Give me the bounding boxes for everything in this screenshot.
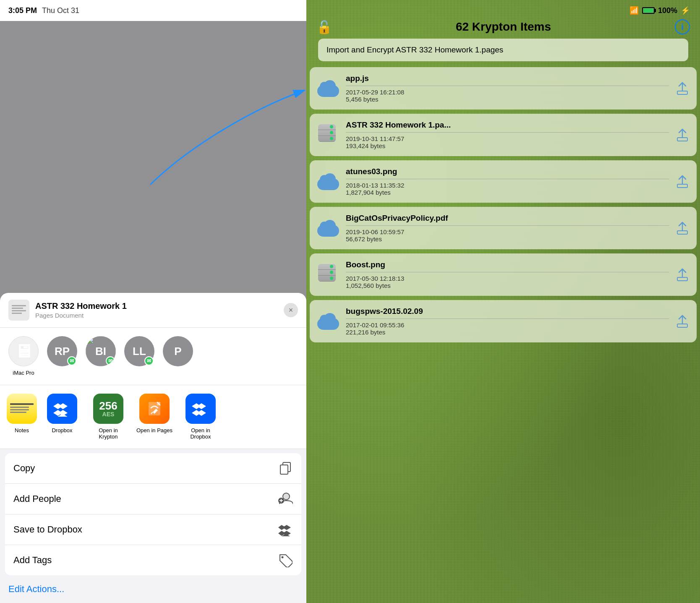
save-dropbox-label: Save to Dropbox bbox=[13, 524, 278, 535]
server-body-2 bbox=[318, 264, 336, 282]
add-tags-action[interactable]: Add Tags bbox=[5, 545, 301, 575]
dropbox-svg bbox=[53, 399, 71, 418]
file-info-atunes: atunes03.png 2018-01-13 11:35:32 1,827,9… bbox=[346, 167, 669, 196]
file-meta-bigcat: 2019-10-06 10:59:57 56,672 bytes bbox=[346, 228, 669, 243]
rp-initials: RP bbox=[55, 345, 70, 358]
doc-title: ASTR 332 Homework 1 bbox=[35, 301, 284, 311]
file-date-bugspws: 2017-02-01 09:55:36 bbox=[346, 321, 404, 329]
server-led-b3 bbox=[330, 277, 333, 280]
doc-subtitle: Pages Document bbox=[35, 312, 284, 319]
app-dropbox[interactable]: Dropbox bbox=[41, 394, 83, 440]
status-time: 3:05 PM bbox=[8, 6, 37, 15]
file-size-atunes: 1,827,904 bytes bbox=[346, 189, 391, 196]
battery-icon bbox=[642, 7, 655, 14]
left-panel: 3:05 PM Thu Oct 31 ASTR 332 Homework 1 bbox=[0, 0, 306, 603]
add-people-action[interactable]: Add People bbox=[5, 484, 301, 514]
cloud-icon-4 bbox=[317, 313, 339, 330]
status-bar: 3:05 PM Thu Oct 31 bbox=[0, 0, 306, 21]
server-led-1 bbox=[330, 125, 333, 128]
person-rp[interactable]: RP ✉ bbox=[45, 336, 79, 376]
person-pr[interactable]: P bbox=[161, 336, 195, 376]
add-people-label: Add People bbox=[13, 493, 278, 504]
tag-svg bbox=[278, 553, 293, 567]
notes-lines bbox=[10, 403, 34, 414]
close-button[interactable]: × bbox=[284, 303, 298, 317]
svg-rect-4 bbox=[280, 465, 288, 474]
pr-avatar: P bbox=[163, 336, 193, 366]
cloud-body-2 bbox=[317, 178, 339, 190]
share-svg-4 bbox=[676, 222, 688, 235]
imac-icon: 🖥 bbox=[14, 341, 33, 362]
server-layer-b2 bbox=[318, 270, 336, 276]
server-led-b2 bbox=[330, 271, 333, 274]
battery-fill bbox=[643, 8, 653, 13]
filename-bigcat: BigCatOsPrivacyPolicy.pdf bbox=[346, 214, 669, 223]
app-dropbox2[interactable]: Open inDropbox bbox=[180, 394, 222, 440]
file-info-astr332: ASTR 332 Homework 1.pa... 2019-10-31 11:… bbox=[346, 120, 669, 149]
file-item-appjs: app.js 2017-05-29 16:21:08 5,456 bytes bbox=[310, 67, 697, 110]
share-header: ASTR 332 Homework 1 Pages Document × bbox=[0, 293, 306, 328]
cloud-icon-3 bbox=[317, 220, 339, 237]
app-pages[interactable]: Open in Pages bbox=[133, 394, 175, 440]
note-line-3 bbox=[10, 409, 29, 410]
share-btn-appjs[interactable] bbox=[675, 80, 690, 97]
file-size-astr332: 193,424 bytes bbox=[346, 142, 385, 149]
person-imac[interactable]: 🖥 iMac Pro bbox=[7, 336, 40, 376]
file-icon-astr332 bbox=[316, 123, 340, 147]
file-meta-bugspws: 2017-02-01 09:55:36 221,216 bytes bbox=[346, 321, 669, 336]
person-bi[interactable]: BI ✉ bbox=[84, 336, 118, 376]
cloud-body-4 bbox=[317, 318, 339, 330]
lock-icon[interactable]: 🔓 bbox=[316, 20, 332, 34]
app-krypton[interactable]: 256 AES Open inKrypton bbox=[87, 394, 129, 440]
server-layer-b1 bbox=[318, 264, 336, 270]
file-date-appjs: 2017-05-29 16:21:08 bbox=[346, 89, 404, 96]
filename-astr332: ASTR 332 Homework 1.pa... bbox=[346, 120, 669, 130]
app-notes[interactable]: Notes bbox=[7, 394, 37, 440]
share-btn-bugspws[interactable] bbox=[675, 313, 690, 330]
file-item-bigcat: BigCatOsPrivacyPolicy.pdf 2019-10-06 10:… bbox=[310, 207, 697, 249]
file-size-bugspws: 221,216 bytes bbox=[346, 329, 385, 336]
charging-icon: ⚡ bbox=[681, 6, 690, 15]
status-date: Thu Oct 31 bbox=[42, 6, 79, 15]
krypton-aes: AES bbox=[102, 411, 115, 417]
ll-initials: LL bbox=[133, 345, 146, 358]
doc-preview bbox=[12, 305, 26, 315]
doc-line-4 bbox=[12, 313, 22, 314]
krypton-nav: 🔓 62 Krypton Items i bbox=[315, 19, 692, 34]
person-ll[interactable]: LL ✉ bbox=[123, 336, 156, 376]
server-led-3 bbox=[330, 137, 333, 140]
server-layer-b3 bbox=[318, 276, 336, 282]
share-btn-atunes[interactable] bbox=[675, 173, 690, 190]
save-dropbox-action[interactable]: Save to Dropbox bbox=[5, 514, 301, 545]
note-line-2 bbox=[10, 407, 29, 408]
server-layer-3 bbox=[318, 136, 336, 142]
info-button[interactable]: i bbox=[675, 19, 690, 34]
server-body bbox=[318, 124, 336, 142]
right-panel: 📶 100% ⚡ 🔓 62 Krypton Items i Import and… bbox=[306, 0, 700, 603]
edit-actions-label[interactable]: Edit Actions... bbox=[8, 584, 64, 594]
share-btn-astr332[interactable] bbox=[675, 127, 690, 144]
copy-action[interactable]: Copy bbox=[5, 453, 301, 484]
info-icon: i bbox=[681, 22, 684, 32]
message-badge-bi: ✉ bbox=[106, 356, 115, 365]
share-svg-6 bbox=[676, 315, 688, 328]
dropbox2-icon bbox=[185, 394, 216, 424]
share-btn-bigcat[interactable] bbox=[675, 220, 690, 237]
add-person-svg bbox=[278, 491, 293, 506]
share-svg-2 bbox=[676, 128, 688, 142]
file-meta-boost: 2017-05-30 12:18:13 1,052,560 bytes bbox=[346, 275, 669, 289]
file-info-appjs: app.js 2017-05-29 16:21:08 5,456 bytes bbox=[346, 74, 669, 103]
tag-icon bbox=[278, 553, 293, 568]
share-btn-boost[interactable] bbox=[675, 266, 690, 283]
file-divider bbox=[346, 86, 669, 86]
krypton-label: Open inKrypton bbox=[99, 427, 118, 440]
dropbox2-label: Open inDropbox bbox=[190, 427, 211, 440]
note-line-1 bbox=[10, 403, 34, 405]
filename-bugspws: bugspws-2015.02.09 bbox=[346, 307, 669, 316]
file-item-atunes: atunes03.png 2018-01-13 11:35:32 1,827,9… bbox=[310, 160, 697, 203]
file-meta-atunes: 2018-01-13 11:35:32 1,827,904 bytes bbox=[346, 182, 669, 196]
server-icon-2 bbox=[318, 264, 338, 286]
krypton-status-bar: 📶 100% ⚡ bbox=[315, 6, 692, 15]
action-list: Copy Add People bbox=[5, 453, 301, 575]
cloud-icon bbox=[317, 80, 339, 97]
